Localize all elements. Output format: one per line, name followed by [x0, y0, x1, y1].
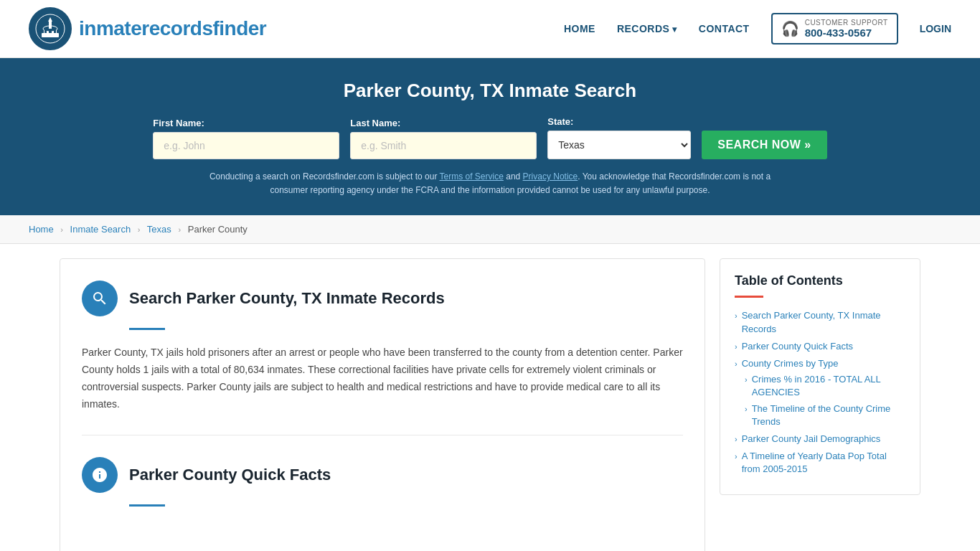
search-button[interactable]: SEARCH NOW »	[702, 131, 826, 159]
section1-divider	[129, 328, 165, 330]
section1-title: Search Parker County, TX Inmate Records	[129, 289, 445, 308]
svg-rect-6	[44, 30, 47, 33]
state-select[interactable]: Texas Alabama Alaska Arizona California …	[547, 131, 691, 159]
section2-header: Parker County Quick Facts	[82, 457, 683, 493]
toc-arrow-1: ›	[735, 311, 738, 321]
nav-records[interactable]: RECORDS	[617, 23, 677, 34]
logo-area: inmaterecordsfinder	[29, 7, 266, 50]
section-quick-facts: Parker County Quick Facts	[82, 435, 683, 542]
svg-rect-8	[54, 30, 56, 33]
section-inmate-records: Search Parker County, TX Inmate Records …	[82, 281, 683, 435]
hero-title: Parker County, TX Inmate Search	[29, 80, 951, 102]
first-name-label: First Name:	[153, 118, 204, 128]
breadcrumb-home[interactable]: Home	[29, 224, 54, 235]
toc-item-1: › Search Parker County, TX Inmate Record…	[735, 309, 905, 335]
toc-link-4[interactable]: › Parker County Jail Demographics	[735, 433, 905, 446]
toc-link-2[interactable]: › Parker County Quick Facts	[735, 340, 905, 353]
toc-box: Table of Contents › Search Parker County…	[720, 258, 920, 495]
toc-sub-item-3b: › The Timeline of the County Crime Trend…	[745, 402, 905, 428]
section1-body: Parker County, TX jails hold prisoners a…	[82, 344, 683, 413]
search-form: First Name: Last Name: State: Texas Alab…	[29, 116, 951, 159]
breadcrumb-sep-2: ›	[138, 225, 141, 234]
toc-title: Table of Contents	[735, 273, 905, 288]
toc-arrow-2: ›	[735, 342, 738, 352]
toc-divider	[735, 296, 763, 298]
first-name-group: First Name:	[153, 118, 339, 159]
privacy-link[interactable]: Privacy Notice	[523, 171, 578, 182]
breadcrumb: Home › Inmate Search › Texas › Parker Co…	[0, 215, 980, 244]
customer-support-box[interactable]: 🎧 CUSTOMER SUPPORT 800-433-0567	[771, 13, 898, 44]
breadcrumb-sep-3: ›	[178, 225, 181, 234]
toc-item-5: › A Timeline of Yearly Data Pop Total fr…	[735, 450, 905, 476]
breadcrumb-current: Parker County	[188, 224, 248, 235]
support-text: CUSTOMER SUPPORT 800-433-0567	[805, 19, 888, 39]
nav-contact[interactable]: CONTACT	[699, 23, 750, 34]
breadcrumb-inmate-search[interactable]: Inmate Search	[70, 224, 131, 235]
toc-sub-item-3a: › Crimes % in 2016 - TOTAL ALL AGENCIES	[745, 373, 905, 399]
sidebar: Table of Contents › Search Parker County…	[720, 258, 920, 551]
toc-item-4: › Parker County Jail Demographics	[735, 433, 905, 446]
site-header: inmaterecordsfinder HOME RECORDS CONTACT…	[0, 0, 980, 58]
toc-arrow-3: ›	[735, 359, 738, 369]
state-group: State: Texas Alabama Alaska Arizona Cali…	[547, 116, 691, 159]
content-area: Search Parker County, TX Inmate Records …	[60, 258, 705, 551]
headset-icon: 🎧	[781, 20, 799, 37]
hero-disclaimer: Conducting a search on Recordsfinder.com…	[203, 170, 777, 197]
toc-link-5[interactable]: › A Timeline of Yearly Data Pop Total fr…	[735, 450, 905, 476]
toc-item-3: › County Crimes by Type › Crimes % in 20…	[735, 357, 905, 428]
last-name-group: Last Name:	[350, 118, 537, 159]
toc-arrow-4: ›	[735, 434, 738, 445]
hero-section: Parker County, TX Inmate Search First Na…	[0, 58, 980, 215]
toc-sub-arrow-3a: ›	[745, 375, 748, 385]
info-circle-icon	[82, 457, 118, 493]
toc-arrow-5: ›	[735, 451, 738, 462]
logo-icon	[29, 7, 72, 50]
tos-link[interactable]: Terms of Service	[440, 171, 504, 182]
breadcrumb-sep-1: ›	[60, 225, 63, 234]
logo-text: inmaterecordsfinder	[79, 17, 266, 40]
toc-link-1[interactable]: › Search Parker County, TX Inmate Record…	[735, 309, 905, 335]
toc-list: › Search Parker County, TX Inmate Record…	[735, 309, 905, 476]
svg-rect-7	[49, 30, 52, 33]
toc-link-3[interactable]: › County Crimes by Type	[735, 357, 905, 370]
search-circle-icon	[82, 281, 118, 316]
toc-sub-link-3a[interactable]: › Crimes % in 2016 - TOTAL ALL AGENCIES	[745, 373, 905, 399]
last-name-input[interactable]	[350, 132, 537, 159]
toc-sub-link-3b[interactable]: › The Timeline of the County Crime Trend…	[745, 402, 905, 428]
toc-sub-arrow-3b: ›	[745, 404, 748, 415]
last-name-label: Last Name:	[350, 118, 400, 128]
nav-home[interactable]: HOME	[564, 23, 595, 34]
toc-sub-list-3: › Crimes % in 2016 - TOTAL ALL AGENCIES …	[745, 373, 905, 428]
section1-header: Search Parker County, TX Inmate Records	[82, 281, 683, 316]
toc-item-2: › Parker County Quick Facts	[735, 340, 905, 353]
section2-divider	[129, 504, 165, 507]
section2-title: Parker County Quick Facts	[129, 466, 331, 484]
first-name-input[interactable]	[153, 132, 339, 159]
main-nav: HOME RECORDS CONTACT 🎧 CUSTOMER SUPPORT …	[564, 13, 951, 44]
state-label: State:	[547, 116, 573, 127]
main-container: Search Parker County, TX Inmate Records …	[31, 258, 949, 551]
breadcrumb-texas[interactable]: Texas	[147, 224, 171, 235]
nav-login[interactable]: LOGIN	[920, 23, 951, 34]
